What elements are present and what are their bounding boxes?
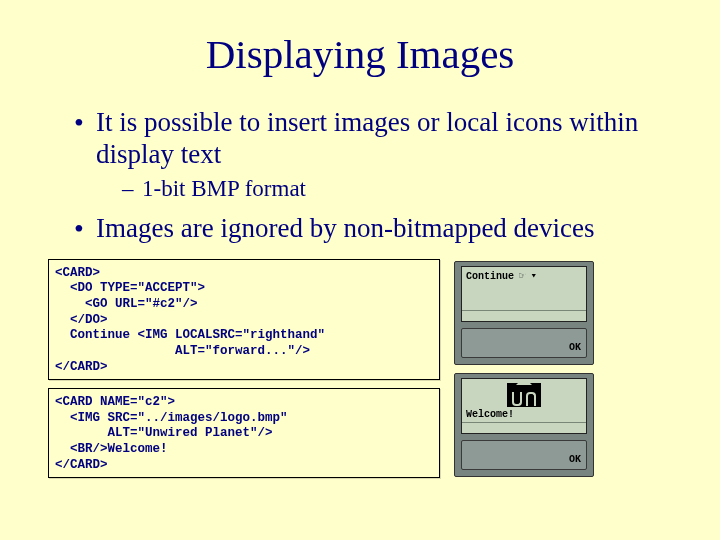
code-block-1: <CARD> <DO TYPE="ACCEPT"> <GO URL="#c2"/… (48, 259, 440, 380)
lcd-2: Welcome! (461, 378, 587, 434)
righthand-icon: ☞ (519, 271, 526, 282)
screens-column: Continue ☞ ▾ OK Welcome! (454, 261, 594, 477)
code-block-2: <CARD NAME="c2"> <IMG SRC="../images/log… (48, 388, 440, 478)
lcd-1-row: Continue ☞ ▾ (466, 271, 582, 282)
unwired-planet-logo-icon (507, 383, 541, 407)
lcd-2-welcome: Welcome! (466, 409, 514, 420)
slide-title: Displaying Images (48, 30, 672, 78)
device-screen-2: Welcome! OK (454, 373, 594, 477)
code-column: <CARD> <DO TYPE="ACCEPT"> <GO URL="#c2"/… (48, 259, 440, 487)
bullet-list: It is possible to insert images or local… (48, 106, 672, 245)
device-2-buttons: OK (461, 440, 587, 470)
ok-label-2: OK (569, 454, 581, 465)
bullet-2-text: Images are ignored by non-bitmapped devi… (96, 213, 595, 243)
content-row: <CARD> <DO TYPE="ACCEPT"> <GO URL="#c2"/… (48, 259, 672, 487)
device-screen-1: Continue ☞ ▾ OK (454, 261, 594, 365)
slide: Displaying Images It is possible to inse… (0, 0, 720, 540)
bullet-1-sub: 1-bit BMP format (122, 175, 672, 203)
device-1-buttons: OK (461, 328, 587, 358)
lcd-2-separator (462, 422, 586, 423)
bullet-1: It is possible to insert images or local… (74, 106, 672, 202)
bullet-1-sub-text: 1-bit BMP format (142, 176, 306, 201)
bullet-2: Images are ignored by non-bitmapped devi… (74, 212, 672, 244)
bullet-1-text: It is possible to insert images or local… (96, 107, 638, 169)
scroll-arrow-icon: ▾ (530, 272, 537, 281)
bullet-1-sublist: 1-bit BMP format (96, 175, 672, 203)
lcd-1-text: Continue (466, 271, 514, 282)
lcd-1: Continue ☞ ▾ (461, 266, 587, 322)
ok-label-1: OK (569, 342, 581, 353)
lcd-1-separator (462, 310, 586, 311)
